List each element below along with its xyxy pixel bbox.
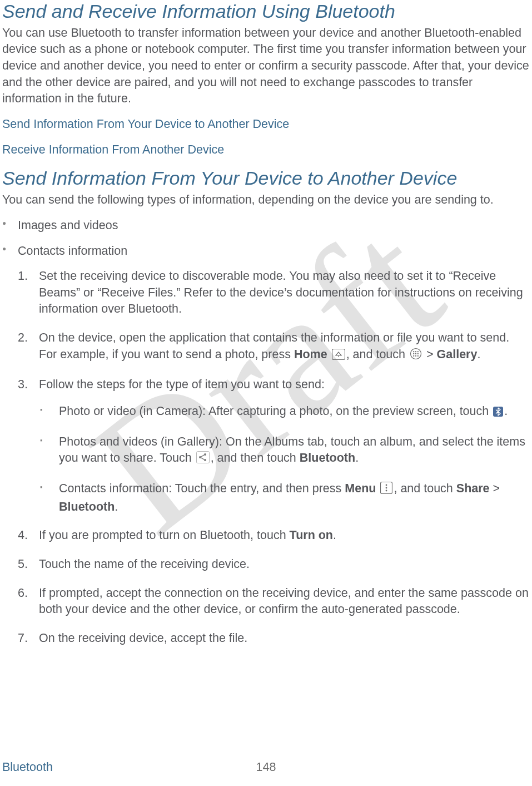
step-4: If you are prompted to turn on Bluetooth… (18, 527, 530, 544)
step-4-text-b: . (333, 528, 336, 542)
step-3: Follow the steps for the type of item yo… (18, 377, 530, 515)
substep-c-text-b: , and touch (394, 482, 456, 495)
step-7: On the receiving device, accept the file… (18, 630, 530, 647)
svg-point-21 (386, 487, 387, 489)
svg-rect-3 (413, 351, 414, 352)
svg-rect-0 (332, 349, 345, 359)
share-icon (196, 451, 210, 468)
page-footer: Bluetooth 148 (0, 759, 532, 776)
step-2-text-c: > (423, 348, 437, 361)
bluetooth-icon (493, 405, 503, 422)
kw-home: Home (294, 348, 327, 361)
kw-share: Share (456, 482, 490, 495)
kw-bluetooth-contacts: Bluetooth (59, 500, 115, 513)
substep-photo-camera: Photo or video (in Camera): After captur… (39, 403, 530, 422)
substep-c-text-d: . (115, 500, 118, 513)
type-item-contacts: Contacts information (2, 243, 530, 260)
svg-point-22 (386, 490, 387, 492)
substep-photos-gallery: Photos and videos (in Gallery): On the A… (39, 434, 530, 468)
send-lead-paragraph: You can send the following types of info… (2, 192, 530, 209)
substep-c-text-a: Contacts information: Touch the entry, a… (59, 482, 345, 495)
step-5: Touch the name of the receiving device. (18, 556, 530, 573)
kw-bluetooth-gallery: Bluetooth (300, 451, 355, 464)
substep-c-text-c: > (490, 482, 500, 495)
svg-rect-5 (417, 351, 419, 352)
svg-line-18 (201, 458, 204, 459)
svg-point-20 (386, 485, 387, 486)
svg-rect-8 (417, 353, 419, 354)
step-1: Set the receiving device to discoverable… (18, 268, 530, 318)
svg-line-17 (201, 455, 204, 457)
link-send-info[interactable]: Send Information From Your Device to Ano… (2, 116, 530, 133)
svg-point-15 (204, 453, 206, 456)
svg-rect-11 (417, 355, 419, 357)
kw-turn-on: Turn on (290, 528, 333, 542)
svg-point-16 (204, 459, 206, 461)
substep-a-text: Photo or video (in Camera): After captur… (59, 404, 492, 418)
intro-paragraph: You can use Bluetooth to transfer inform… (2, 25, 530, 107)
heading-send-info: Send Information From Your Device to Ano… (2, 167, 530, 190)
substep-a-text-end: . (504, 404, 508, 418)
substep-contacts: Contacts information: Touch the entry, a… (39, 481, 530, 515)
menu-icon (380, 482, 392, 499)
kw-menu: Menu (345, 482, 376, 495)
home-icon (332, 348, 345, 365)
step-2-text-b: , and touch (346, 348, 409, 361)
step-2: On the device, open the application that… (18, 330, 530, 364)
step-3-text: Follow the steps for the type of item yo… (39, 378, 325, 391)
kw-gallery: Gallery (437, 348, 478, 361)
substep-b-text-b: , and then touch (211, 451, 300, 464)
footer-section: Bluetooth (2, 760, 53, 774)
link-receive-info[interactable]: Receive Information From Another Device (2, 142, 530, 159)
substep-b-text-end: . (355, 451, 359, 464)
svg-rect-10 (415, 355, 416, 357)
step-4-text-a: If you are prompted to turn on Bluetooth… (39, 528, 290, 542)
svg-rect-9 (413, 355, 414, 357)
type-item-images: Images and videos (2, 217, 530, 234)
svg-rect-6 (413, 353, 414, 354)
heading-main: Send and Receive Information Using Bluet… (2, 0, 530, 23)
apps-icon (410, 348, 422, 365)
svg-rect-4 (415, 351, 416, 352)
svg-rect-7 (415, 353, 416, 354)
step-2-text-d: . (477, 348, 480, 361)
svg-rect-13 (196, 452, 209, 463)
footer-page-number: 148 (256, 759, 276, 776)
step-6: If prompted, accept the connection on th… (18, 585, 530, 618)
